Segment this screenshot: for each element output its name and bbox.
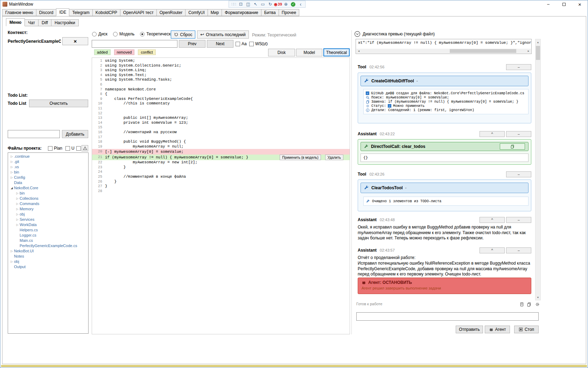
tree-item-bin[interactable]: ▷bin xyxy=(8,170,88,175)
vscroll-thumb[interactable] xyxy=(536,46,540,60)
chat-vscrollbar[interactable]: ▲ ▼ xyxy=(535,39,541,300)
tree-item-services[interactable]: ▷Services xyxy=(8,217,88,222)
copy-log-icon[interactable] xyxy=(519,301,524,307)
tree-expander-icon[interactable]: ▷ xyxy=(9,248,14,254)
tree-item-memory[interactable]: ▷Memory xyxy=(8,206,88,212)
code-editor[interactable]: 1using System;2using System.Collections.… xyxy=(92,57,350,334)
apply-to-model-button[interactable]: Применить (в модель) xyxy=(280,155,321,160)
radio-модель[interactable]: Модель xyxy=(113,32,134,36)
sub-tab-меню[interactable]: Меню xyxy=(6,18,25,26)
tree-expander-icon[interactable]: ▷ xyxy=(15,191,20,196)
tree-item--continue[interactable]: ▷.continue xyxy=(8,154,88,159)
diff-preview-box[interactable]: xt":"if (myAwesomeArray != null) { myAwe… xyxy=(356,39,532,54)
refresh-icon[interactable] xyxy=(267,1,274,7)
undo-last-button[interactable]: ↩Откатить последний xyxy=(197,30,249,39)
target-icon[interactable] xyxy=(282,1,289,7)
tree-expander-icon[interactable]: ▷ xyxy=(9,154,14,159)
tree-expander-icon[interactable]: ▷ xyxy=(15,212,20,217)
status-check-icon[interactable] xyxy=(290,1,297,7)
tree-item-nekobot-core[interactable]: ◢NekoBot.Core xyxy=(8,185,88,191)
disk-view-button[interactable]: Disk xyxy=(268,49,295,56)
collapse-message-button[interactable] xyxy=(479,131,505,137)
main-tab-openrouter[interactable]: OpenRouter xyxy=(156,9,186,16)
agent-button[interactable]: Агент xyxy=(485,326,510,333)
record-counter[interactable]: 39 xyxy=(274,2,282,7)
scroll-up-icon[interactable]: ▲ xyxy=(536,39,540,45)
scroll-left-icon[interactable]: ◄ xyxy=(356,49,361,53)
tree-expander-icon[interactable]: ▷ xyxy=(9,175,14,180)
tree-expander-icon[interactable]: ▷ xyxy=(9,159,14,164)
tree-item-output[interactable]: Output xyxy=(8,264,88,270)
tree-item-data[interactable]: Data xyxy=(8,180,88,185)
u-checkbox[interactable]: U xyxy=(65,146,75,151)
collapse-message-button[interactable] xyxy=(479,217,505,223)
main-tab-ide[interactable]: IDE xyxy=(56,8,69,16)
main-tab-мир[interactable]: Мир xyxy=(208,9,222,16)
tree-item-perfectlygenericexamplecode-cs[interactable]: PerfectlyGenericExampleCode.cs xyxy=(8,243,88,248)
main-tab-битва[interactable]: Битва xyxy=(261,9,279,16)
pointer-icon[interactable] xyxy=(252,1,259,7)
delete-diff-button[interactable]: Удалить xyxy=(325,155,343,160)
reset-button[interactable]: Сброс xyxy=(171,30,195,39)
main-tab-openaiapi-тест[interactable]: OpenAIAPI тест xyxy=(120,9,157,16)
collapse-toolbar-icon[interactable] xyxy=(297,1,304,7)
prev-button[interactable]: Prev xyxy=(179,40,205,48)
tree-item-notes[interactable]: Notes xyxy=(8,254,88,259)
tree-expander-icon[interactable]: ◢ xyxy=(9,185,14,191)
hscroll-track[interactable] xyxy=(361,49,526,53)
grip-icon[interactable] xyxy=(230,1,237,7)
tree-expander-icon[interactable]: ▷ xyxy=(9,259,14,264)
tree-item-logger-cs[interactable]: Logger.cs xyxy=(8,233,88,238)
tree-item-commands[interactable]: ▷Commands xyxy=(8,201,88,206)
tree-expander-icon[interactable]: ▷ xyxy=(15,217,20,222)
panel-divider[interactable] xyxy=(351,30,352,334)
tree-item-main-cs[interactable]: Main.cs xyxy=(8,238,88,243)
frame-capture-icon[interactable] xyxy=(259,1,266,7)
main-tab-comfyui[interactable]: ComfyUI xyxy=(185,9,208,16)
context-clear-button[interactable] xyxy=(62,37,88,45)
search-input[interactable] xyxy=(92,40,177,48)
todo-clear-button[interactable]: Очистить xyxy=(29,100,88,107)
whitespace-checkbox[interactable]: WS xyxy=(249,41,262,46)
next-button[interactable]: Next xyxy=(207,40,233,48)
tree-item--vs[interactable]: ▷.vs xyxy=(8,164,88,170)
main-tab-форматирование[interactable]: Форматирование xyxy=(222,9,261,16)
tree-expander-icon[interactable]: ▷ xyxy=(9,170,14,175)
minimize-message-button[interactable] xyxy=(506,247,531,253)
minimize-button[interactable] xyxy=(540,0,556,8)
tree-item--git[interactable]: ▷.git xyxy=(8,159,88,164)
match-case-checkbox[interactable]: Aa xyxy=(236,41,247,46)
extra-checkbox[interactable] xyxy=(76,146,81,151)
radio-диск[interactable]: Диск xyxy=(92,32,107,36)
main-tab-прочее[interactable]: Прочее xyxy=(279,9,299,16)
screenshot-icon[interactable] xyxy=(237,1,244,7)
sub-tab-чат[interactable]: Чат xyxy=(24,19,38,26)
chat-input[interactable] xyxy=(356,312,539,321)
tree-item-helpers-cs[interactable]: Helpers.cs xyxy=(8,227,88,233)
layers-icon[interactable] xyxy=(526,301,532,307)
tool-call-copy-button[interactable] xyxy=(500,143,525,150)
tree-item-obj[interactable]: ▷obj xyxy=(8,212,88,217)
minimize-message-button[interactable] xyxy=(506,171,531,177)
tree-expander-icon[interactable]: ▷ xyxy=(15,222,20,227)
maximize-button[interactable] xyxy=(556,0,572,8)
main-tab-telegram[interactable]: Telegram xyxy=(69,9,92,16)
todo-add-input[interactable] xyxy=(8,130,60,138)
warnings-toggle-button[interactable] xyxy=(82,145,88,151)
hscroll-thumb[interactable] xyxy=(450,49,516,53)
plan-checkbox[interactable]: Plan xyxy=(48,146,62,151)
camera-icon[interactable] xyxy=(245,1,252,7)
main-tab-discord[interactable]: Discord xyxy=(36,9,57,16)
scroll-down-icon[interactable]: ▼ xyxy=(536,294,540,300)
tree-item-workdata[interactable]: ▷WorkData xyxy=(8,222,88,227)
tree-item-bin[interactable]: ▷bin xyxy=(8,191,88,196)
settings-gear-icon[interactable] xyxy=(534,301,540,307)
tree-item-obj[interactable]: ▷obj xyxy=(8,259,88,264)
minimize-message-button[interactable] xyxy=(506,217,531,223)
tree-expander-icon[interactable]: ▷ xyxy=(9,164,14,170)
todo-add-button[interactable]: Добавить xyxy=(62,130,88,138)
minimize-message-button[interactable] xyxy=(506,64,531,70)
main-tab-главное-меню[interactable]: Главное меню xyxy=(2,9,36,16)
tree-item-config[interactable]: ▷Config xyxy=(8,175,88,180)
tree-expander-icon[interactable]: ▷ xyxy=(15,196,20,201)
